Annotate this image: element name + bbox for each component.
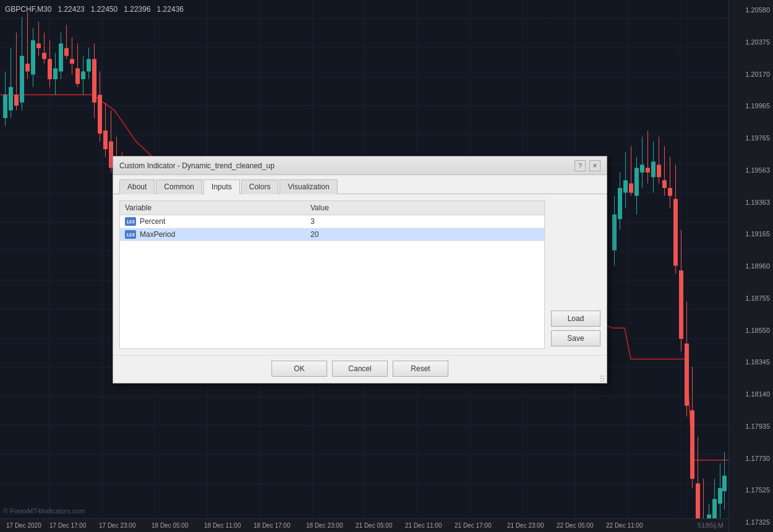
- time-label: 17 Dec 23:00: [99, 522, 136, 529]
- chart-symbol: GBPCHF: [5, 5, 35, 14]
- time-label: 22 Dec 05:00: [557, 522, 594, 529]
- resize-handle[interactable]: [599, 375, 605, 382]
- price-high: 1.22450: [91, 5, 117, 14]
- close-button[interactable]: ×: [589, 160, 600, 171]
- dialog-controls: ? ×: [574, 160, 600, 171]
- variable-value: 3: [310, 217, 539, 226]
- variable-type-icon: 123: [125, 230, 136, 239]
- price-level: 1.18755: [732, 294, 770, 302]
- reset-button[interactable]: Reset: [393, 361, 448, 377]
- time-label: 18 Dec 23:00: [306, 522, 343, 529]
- help-button[interactable]: ?: [574, 160, 586, 171]
- tab-inputs[interactable]: Inputs: [203, 179, 240, 194]
- time-label: 22 Dec 11:00: [606, 522, 643, 529]
- price-level: 1.20375: [732, 38, 770, 46]
- price-level: 1.20580: [732, 6, 770, 14]
- price-level: 1.19765: [732, 134, 770, 142]
- variable-name: MaxPeriod: [140, 230, 310, 239]
- price-level: 1.18140: [732, 390, 770, 398]
- dialog-body: Variable Value 123 Percent 3 123 MaxPeri…: [113, 194, 607, 355]
- price-level: 1.17325: [732, 518, 770, 526]
- time-label: 21 Dec 17:00: [455, 522, 492, 529]
- price-level: 1.20170: [732, 71, 770, 78]
- variable-type-icon: 123: [125, 217, 136, 226]
- price-open: 1.22423: [58, 5, 84, 14]
- tab-visualization[interactable]: Visualization: [280, 179, 337, 194]
- load-button[interactable]: Load: [551, 311, 600, 327]
- time-label: 18 Dec 11:00: [204, 522, 241, 529]
- time-label: 17 Dec 2020: [6, 522, 41, 529]
- time-label: 21 Dec 05:00: [356, 522, 393, 529]
- time-label: 17 Dec 17:00: [49, 522, 87, 529]
- table-row[interactable]: 123 Percent 3: [120, 215, 544, 228]
- price-axis: 1.205801.203751.201701.199651.197651.195…: [728, 0, 773, 532]
- price-level: 1.18345: [732, 358, 770, 366]
- price-level: 1.17730: [732, 455, 770, 462]
- side-buttons: LoadSave: [551, 200, 600, 349]
- price-close: 1.22436: [157, 5, 184, 14]
- value-column-header: Value: [310, 204, 539, 212]
- dialog-tabs: AboutCommonInputsColorsVisualization: [113, 175, 607, 194]
- variable-column-header: Variable: [125, 204, 310, 212]
- watermark-right: 518бij.M: [698, 521, 724, 529]
- dialog-title: Custom Indicator - Dynamic_trend_cleaned…: [119, 161, 275, 170]
- tab-about[interactable]: About: [119, 179, 155, 194]
- price-level: 1.19563: [732, 166, 770, 174]
- time-label: 18 Dec 05:00: [152, 522, 189, 529]
- price-level: 1.19165: [732, 230, 770, 238]
- dialog-footer: OKCancelReset: [113, 355, 607, 383]
- time-axis: 17 Dec 202017 Dec 17:0017 Dec 23:0018 De…: [0, 518, 728, 532]
- cancel-button[interactable]: Cancel: [332, 361, 388, 377]
- tab-colors[interactable]: Colors: [241, 179, 279, 194]
- price-level: 1.18550: [732, 327, 770, 334]
- watermark-left: © ForexMT4Indicators.com: [3, 507, 85, 515]
- price-level: 1.19363: [732, 199, 770, 206]
- time-label: 18 Dec 17:00: [254, 522, 291, 529]
- table-rows: 123 Percent 3 123 MaxPeriod 20: [120, 215, 544, 241]
- price-low: 1.22396: [124, 5, 150, 14]
- tab-common[interactable]: Common: [156, 179, 202, 194]
- price-level: 1.17525: [732, 486, 770, 494]
- price-level: 1.17935: [732, 423, 770, 430]
- ok-button[interactable]: OK: [271, 361, 327, 377]
- dialog-window[interactable]: Custom Indicator - Dynamic_trend_cleaned…: [113, 156, 607, 384]
- dialog-titlebar: Custom Indicator - Dynamic_trend_cleaned…: [113, 157, 607, 175]
- price-level: 1.19965: [732, 102, 770, 109]
- save-button[interactable]: Save: [551, 330, 600, 346]
- variable-name: Percent: [140, 217, 310, 226]
- chart-header: GBPCHF,M30 1.22423 1.22450 1.22396 1.224…: [5, 5, 184, 14]
- time-label: 21 Dec 23:00: [507, 522, 544, 529]
- table-header: Variable Value: [120, 201, 544, 215]
- variable-value: 20: [310, 230, 539, 239]
- table-row[interactable]: 123 MaxPeriod 20: [120, 228, 544, 241]
- inputs-table: Variable Value 123 Percent 3 123 MaxPeri…: [119, 200, 545, 349]
- chart-timeframe: M30: [37, 5, 51, 14]
- time-label: 21 Dec 11:00: [405, 522, 442, 529]
- price-level: 1.18960: [732, 262, 770, 270]
